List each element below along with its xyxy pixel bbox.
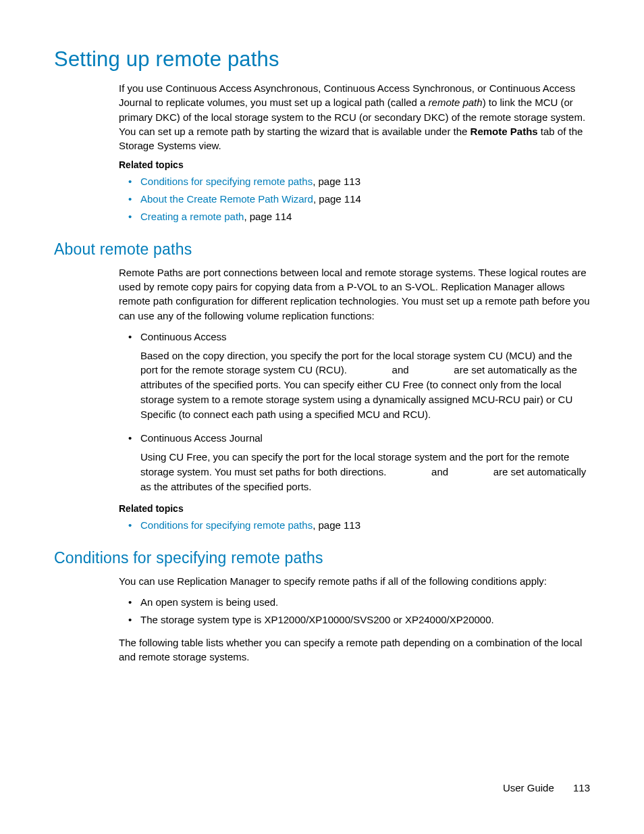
heading-about: About remote paths [54, 240, 590, 259]
page-number: 113 [573, 782, 590, 793]
list-item: An open system is being used. [132, 595, 590, 610]
text: and [431, 466, 448, 477]
page-footer: User Guide 113 [503, 782, 590, 793]
heading-1: Setting up remote paths [54, 47, 590, 72]
gap [409, 364, 454, 375]
about-paragraph: Remote Paths are port connections betwee… [54, 265, 590, 323]
text: and [392, 364, 409, 375]
gap [448, 466, 493, 477]
bold-text: Remote Paths [471, 126, 538, 137]
conditions-paragraph: You can use Replication Manager to speci… [54, 574, 590, 588]
gap [347, 364, 392, 375]
gap [386, 466, 431, 477]
related-topics-list: Conditions for specifying remote paths, … [54, 174, 590, 224]
list-item: Conditions for specifying remote paths, … [132, 174, 590, 189]
link-conditions[interactable]: Conditions for specifying remote paths [140, 176, 313, 187]
item-label: Continuous Access [140, 331, 227, 342]
link-creating[interactable]: Creating a remote path [140, 211, 244, 222]
intro-paragraph: If you use Continuous Access Asynchronou… [54, 81, 590, 153]
footer-label: User Guide [503, 782, 554, 793]
text: , page 114 [313, 193, 361, 205]
link-conditions[interactable]: Conditions for specifying remote paths [140, 519, 313, 531]
heading-conditions: Conditions for specifying remote paths [54, 549, 590, 567]
list-item: The storage system type is XP12000/XP100… [132, 613, 590, 627]
item-description: Based on the copy direction, you specify… [140, 348, 590, 422]
text: , page 113 [313, 519, 360, 531]
related-topics-heading: Related topics [54, 503, 590, 514]
item-description: Using CU Free, you can specify the port … [140, 450, 590, 494]
emphasis: remote path [429, 97, 483, 108]
list-item: Creating a remote path, page 114 [132, 209, 590, 224]
conditions-after: The following table lists whether you ca… [54, 635, 590, 664]
list-item-caj: Continuous Access Journal Using CU Free,… [132, 431, 590, 494]
text: , page 113 [313, 176, 360, 187]
related-topics-list: Conditions for specifying remote paths, … [54, 518, 590, 533]
list-item-ca: Continuous Access Based on the copy dire… [132, 330, 590, 422]
conditions-list: An open system is being used. The storag… [54, 595, 590, 627]
link-wizard[interactable]: About the Create Remote Path Wizard [140, 193, 313, 205]
list-item: Conditions for specifying remote paths, … [132, 518, 590, 533]
text: , page 114 [244, 211, 292, 222]
replication-list: Continuous Access Based on the copy dire… [54, 330, 590, 494]
related-topics-heading: Related topics [54, 159, 590, 170]
list-item: About the Create Remote Path Wizard, pag… [132, 192, 590, 207]
item-label: Continuous Access Journal [140, 432, 263, 444]
